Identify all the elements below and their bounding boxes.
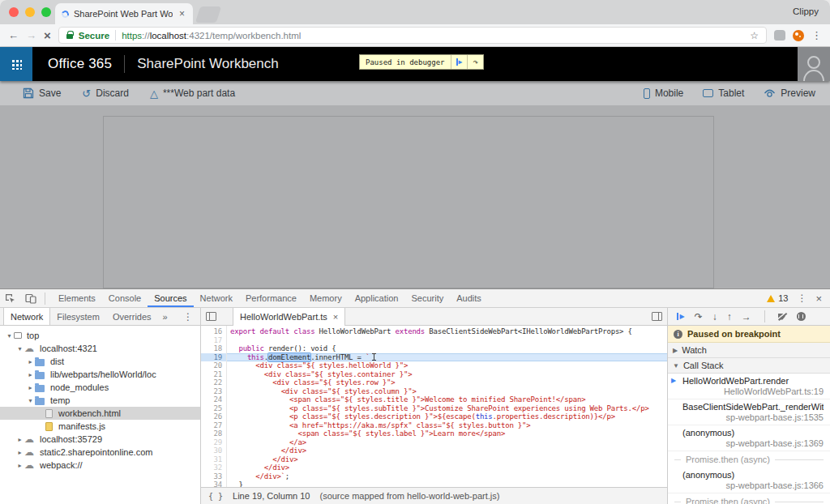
- tree-item-localhost-35729[interactable]: ▸localhost:35729: [0, 433, 200, 446]
- tree-disclosure-open-icon[interactable]: ▾: [15, 345, 24, 352]
- devtools-tab-security[interactable]: Security: [404, 289, 450, 307]
- line-number-33[interactable]: 33: [201, 472, 226, 481]
- step-over-icon[interactable]: ↷: [695, 312, 703, 322]
- code-line-32[interactable]: </div>: [227, 463, 667, 472]
- code-line-33[interactable]: </div>`;: [227, 472, 667, 481]
- code-line-30[interactable]: </div>: [227, 446, 667, 455]
- webpart-data-button[interactable]: △ ***Web part data: [150, 88, 235, 99]
- deactivate-breakpoints-icon[interactable]: [778, 313, 787, 321]
- back-icon[interactable]: ←: [8, 29, 19, 41]
- code-line-17[interactable]: [227, 336, 667, 345]
- code-line-25[interactable]: <p class="${ styles.subTitle }">Customiz…: [227, 404, 667, 413]
- inspect-element-icon[interactable]: [0, 293, 20, 304]
- tree-item-localhost-4321[interactable]: ▾localhost:4321: [0, 342, 200, 355]
- tree-item-manifests-js[interactable]: manifests.js: [0, 420, 200, 433]
- devtools-close-icon[interactable]: ×: [815, 293, 822, 305]
- call-stack-frame-helloworldwebpart-render[interactable]: ▶HelloWorldWebPart.renderHelloWorldWebPa…: [668, 374, 830, 399]
- new-tab-button[interactable]: [195, 6, 221, 23]
- line-number-28[interactable]: 28: [201, 429, 226, 438]
- debugger-step-over-icon[interactable]: ↷: [467, 55, 483, 69]
- call-stack-section-header[interactable]: ▼ Call Stack: [668, 358, 830, 374]
- editor-file-tab[interactable]: HelloWorldWebPart.ts ×: [233, 308, 345, 326]
- line-number-16[interactable]: 16: [201, 327, 226, 336]
- account-avatar[interactable]: [798, 47, 830, 81]
- tree-item-workbench-html[interactable]: workbench.html: [0, 407, 200, 420]
- devtools-tab-elements[interactable]: Elements: [52, 289, 102, 307]
- devtools-tab-memory[interactable]: Memory: [303, 289, 349, 307]
- line-number-27[interactable]: 27: [201, 421, 226, 430]
- tree-item-webpack[interactable]: ▸webpack://: [0, 459, 200, 472]
- code-line-29[interactable]: </a>: [227, 438, 667, 447]
- toggle-debugger-sidebar-icon[interactable]: [652, 312, 662, 321]
- line-number-20[interactable]: 20: [201, 361, 226, 370]
- line-number-21[interactable]: 21: [201, 370, 226, 379]
- line-number-17[interactable]: 17: [201, 336, 226, 345]
- preview-button[interactable]: Preview: [764, 88, 815, 99]
- code-line-23[interactable]: <div class="${ styles.column }">: [227, 387, 667, 396]
- step-icon[interactable]: →: [742, 312, 751, 322]
- tree-item-top[interactable]: ▾top: [0, 329, 200, 342]
- watch-section-header[interactable]: ▶ Watch: [668, 343, 830, 358]
- code-line-22[interactable]: <div class="${ styles.row }">: [227, 378, 667, 387]
- code-line-34[interactable]: }: [227, 481, 667, 487]
- line-number-31[interactable]: 31: [201, 455, 226, 464]
- line-number-32[interactable]: 32: [201, 463, 226, 472]
- code-line-28[interactable]: <span class="${ styles.label }">Learn mo…: [227, 429, 667, 438]
- discard-button[interactable]: ↺ Discard: [82, 88, 129, 99]
- code-line-19[interactable]: this.domElement.innerHTML = `: [227, 353, 667, 362]
- devtools-tab-application[interactable]: Application: [349, 289, 405, 307]
- navigator-menu-icon[interactable]: ⋮: [176, 308, 200, 325]
- console-warnings-badge[interactable]: 13: [767, 293, 788, 303]
- devtools-tab-console[interactable]: Console: [102, 289, 148, 307]
- more-tabs-icon[interactable]: »: [158, 308, 173, 325]
- tree-item-lib-webparts-helloworld-loc[interactable]: ▸lib/webparts/helloWorld/loc: [0, 368, 200, 381]
- code-line-18[interactable]: public render(): void {: [227, 344, 667, 353]
- code-line-31[interactable]: </div>: [227, 455, 667, 464]
- tree-disclosure-open-icon[interactable]: ▾: [5, 332, 14, 340]
- save-button[interactable]: Save: [23, 88, 61, 99]
- step-into-icon[interactable]: ↓: [712, 312, 717, 322]
- extension-icon[interactable]: [774, 30, 785, 41]
- line-number-24[interactable]: 24: [201, 395, 226, 404]
- navigator-tab-filesystem[interactable]: Filesystem: [50, 308, 106, 325]
- navigator-tab-overrides[interactable]: Overrides: [106, 308, 158, 325]
- devtools-tab-network[interactable]: Network: [194, 289, 239, 307]
- line-number-34[interactable]: 34: [201, 481, 226, 487]
- line-number-23[interactable]: 23: [201, 387, 226, 396]
- browser-tab[interactable]: SharePoint Web Part Workben ×: [55, 3, 193, 24]
- office365-brand[interactable]: Office 365: [48, 56, 112, 72]
- code-editor[interactable]: 16171819202122232425262728293031323334 e…: [201, 326, 667, 487]
- code-line-20[interactable]: <div class="${ styles.helloWorld }">: [227, 361, 667, 370]
- tree-disclosure-closed-icon[interactable]: ▸: [26, 384, 35, 391]
- window-minimize-button[interactable]: [25, 7, 35, 17]
- call-stack-frame-anonymous[interactable]: (anonymous)sp-webpart-base.js:1366: [668, 468, 830, 493]
- window-zoom-button[interactable]: [41, 7, 51, 17]
- code-line-16[interactable]: export default class HelloWorldWebPart e…: [227, 327, 667, 336]
- tablet-button[interactable]: Tablet: [703, 88, 744, 99]
- stop-loading-icon[interactable]: ×: [44, 28, 51, 42]
- tree-disclosure-closed-icon[interactable]: ▸: [26, 358, 35, 365]
- tree-item-dist[interactable]: ▸dist: [0, 355, 200, 368]
- tree-item-static2-sharepointonline-com[interactable]: ▸static2.sharepointonline.com: [0, 446, 200, 459]
- devtools-tab-audits[interactable]: Audits: [450, 289, 488, 307]
- code-line-21[interactable]: <div class="${ styles.container }">: [227, 370, 667, 379]
- app-launcher-button[interactable]: [0, 47, 32, 81]
- pause-on-exceptions-icon[interactable]: [797, 312, 806, 321]
- line-number-25[interactable]: 25: [201, 404, 226, 413]
- code-line-27[interactable]: <a href="https://aka.ms/spfx" class="${ …: [227, 421, 667, 430]
- device-toolbar-icon[interactable]: [20, 293, 41, 304]
- resume-script-icon[interactable]: ▶: [677, 313, 685, 320]
- tree-disclosure-closed-icon[interactable]: ▸: [15, 436, 24, 443]
- tab-close-icon[interactable]: ×: [178, 8, 186, 19]
- tree-item-temp[interactable]: ▾temp: [0, 394, 200, 407]
- line-number-18[interactable]: 18: [201, 344, 226, 353]
- navigator-tab-network[interactable]: Network: [3, 308, 50, 325]
- tree-disclosure-closed-icon[interactable]: ▸: [15, 462, 24, 469]
- file-tab-close-icon[interactable]: ×: [333, 312, 338, 322]
- step-out-icon[interactable]: ↑: [727, 312, 732, 322]
- code-line-24[interactable]: <span class="${ styles.title }">Welcome …: [227, 395, 667, 404]
- extension-icon[interactable]: [793, 30, 804, 41]
- tree-item-node-modules[interactable]: ▸node_modules: [0, 381, 200, 394]
- line-number-30[interactable]: 30: [201, 446, 226, 455]
- devtools-tab-sources[interactable]: Sources: [148, 289, 193, 307]
